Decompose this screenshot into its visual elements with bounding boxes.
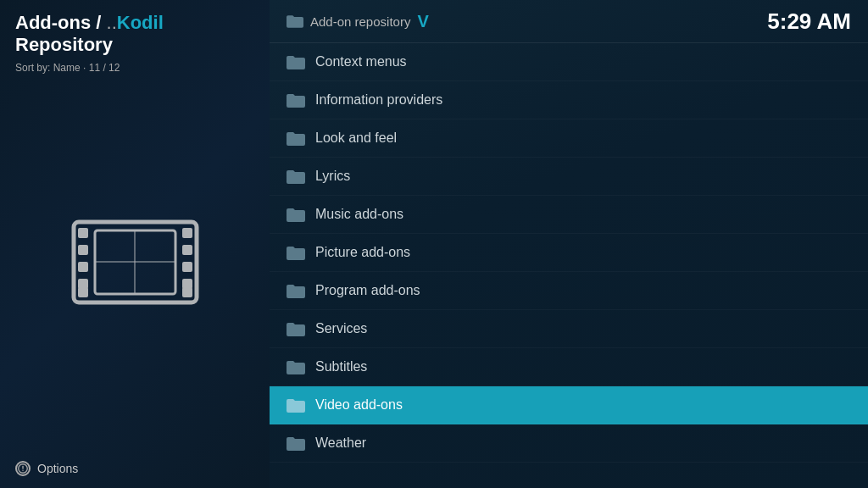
svg-rect-5 [78,287,88,297]
menu-item[interactable]: Lyrics [270,158,868,196]
svg-rect-3 [78,262,88,272]
clock: 5:29 AM [767,8,851,35]
svg-point-16 [22,469,23,470]
folder-icon [287,398,305,413]
menu-item-label: Look and feel [315,130,397,146]
breadcrumb-separator: .. [101,12,116,33]
folder-icon [287,93,305,108]
menu-item-label: Services [315,321,367,336]
menu-list: Context menus Information providers Look… [270,43,868,488]
breadcrumb-title: Add-ons / ..Kodil Repository [15,12,254,57]
svg-rect-10 [182,287,192,297]
options-label: Options [37,462,78,475]
breadcrumb-kodil: Kodil [117,12,164,33]
menu-item[interactable]: Information providers [270,81,868,119]
top-bar: Add-on repository V 5:29 AM [270,0,868,42]
left-panel: Add-ons / ..Kodil Repository Sort by: Na… [0,0,270,488]
menu-item[interactable]: Music add-ons [270,196,868,234]
sort-info: Sort by: Name · 11 / 12 [0,60,270,74]
menu-item-label: Context menus [315,54,407,69]
breadcrumb-addons: Add-ons / [15,12,101,33]
menu-item-label: Subtitles [315,359,367,374]
svg-rect-6 [182,228,192,238]
folder-icon [287,208,305,222]
addon-repo-label: Add-on repository [310,14,410,29]
svg-rect-8 [182,262,192,272]
v-badge: V [417,12,428,31]
addon-repo-container: Add-on repository V [287,12,429,31]
addon-repo-folder-icon [287,14,303,28]
folder-icon [287,246,305,260]
menu-item[interactable]: Video add-ons [270,386,868,424]
folder-icon [287,131,305,146]
menu-item[interactable]: Weather [270,424,868,463]
menu-item[interactable]: Look and feel [270,119,868,158]
folder-icon [287,284,305,298]
menu-item-label: Program add-ons [315,283,420,298]
menu-item-label: Lyrics [315,169,350,184]
menu-item-label: Weather [315,435,366,451]
menu-item-label: Music add-ons [315,207,403,222]
svg-rect-7 [182,245,192,255]
menu-item-label: Information providers [315,92,442,108]
options-icon [15,461,31,476]
menu-item[interactable]: Picture add-ons [270,234,868,272]
folder-icon [287,322,305,336]
folder-icon [287,169,305,184]
folder-icon [287,360,305,374]
menu-item[interactable]: Program add-ons [270,272,868,310]
svg-rect-1 [78,228,88,238]
menu-item[interactable]: Subtitles [270,348,868,386]
right-panel: Add-on repository V 5:29 AM Context menu… [270,0,868,488]
menu-item[interactable]: Services [270,310,868,348]
svg-rect-2 [78,245,88,255]
folder-icon [287,436,305,451]
menu-item-label: Video add-ons [315,397,403,413]
menu-item-label: Picture add-ons [315,245,410,260]
breadcrumb-repo: Repository [15,34,113,55]
options-bar[interactable]: Options [0,451,270,488]
filmstrip-icon [70,218,201,307]
menu-item[interactable]: Context menus [270,43,868,81]
breadcrumb: Add-ons / ..Kodil Repository [0,0,270,60]
thumbnail-area [0,74,270,451]
folder-icon [287,55,305,69]
